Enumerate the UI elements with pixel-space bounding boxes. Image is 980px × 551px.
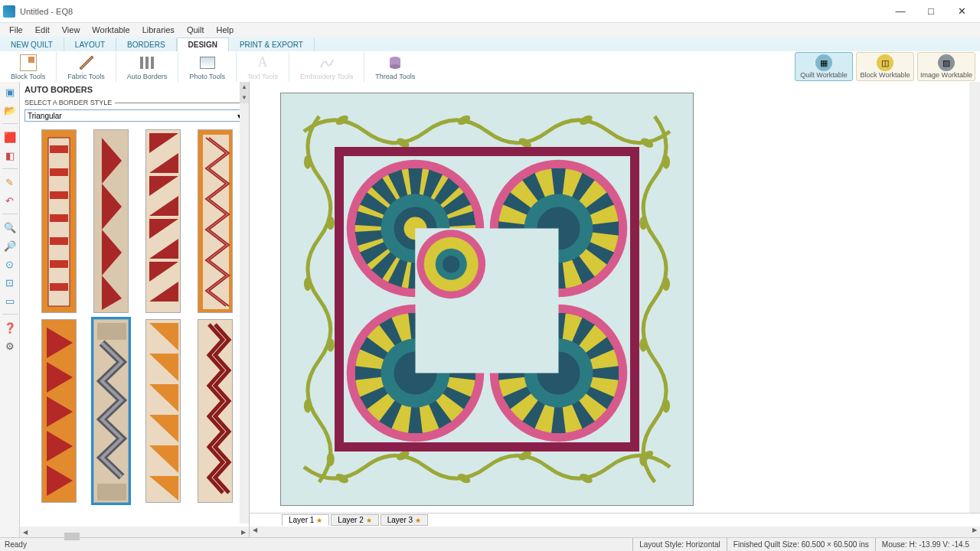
block-mode-icon: ◫ <box>877 54 893 71</box>
tool-text[interactable]: A Text Tools <box>237 52 289 82</box>
panel-title: AUTO BORDERS <box>20 82 249 97</box>
tool-thread[interactable]: Thread Tools <box>364 52 426 82</box>
layer-tab-1[interactable]: Layer 1★ <box>282 514 329 526</box>
svg-rect-129 <box>416 302 488 373</box>
border-thumb-4[interactable] <box>198 129 233 313</box>
panel-horizontal-scrollbar[interactable]: ◀▶ <box>20 527 249 537</box>
palette-icon[interactable]: 🟥 <box>3 130 17 144</box>
photo-icon <box>198 54 217 72</box>
status-size: Finished Quilt Size: 60.500 × 60.500 ins <box>727 538 875 551</box>
svg-point-59 <box>327 338 335 352</box>
zoom-out-icon[interactable]: 🔎 <box>3 239 17 253</box>
menu-file[interactable]: File <box>3 24 29 35</box>
svg-point-60 <box>304 399 312 412</box>
tool-photo[interactable]: Photo Tools <box>178 52 237 82</box>
quilt-block-3 <box>344 301 487 445</box>
undo-icon[interactable]: ↶ <box>3 194 17 207</box>
ruler-icon[interactable]: ▭ <box>3 294 17 308</box>
menu-libraries[interactable]: Libraries <box>136 24 181 35</box>
window-title: Untitled - EQ8 <box>20 7 885 16</box>
quilt-preview <box>280 93 694 506</box>
fabric-icon <box>77 54 96 72</box>
svg-rect-0 <box>140 57 143 69</box>
zoom-sel-icon[interactable]: ⊡ <box>3 276 17 289</box>
quilt-canvas[interactable] <box>250 82 980 513</box>
menu-view[interactable]: View <box>56 24 87 35</box>
tool-embroidery[interactable]: Embroidery Tools <box>289 52 364 82</box>
layer-tab-2[interactable]: Layer 2★ <box>331 514 378 526</box>
swatch-icon[interactable]: ◧ <box>3 148 17 162</box>
svg-rect-10 <box>50 191 68 199</box>
star-icon: ★ <box>366 517 372 524</box>
svg-point-62 <box>662 155 670 169</box>
mode-quilt-worktable[interactable]: ▦ Quilt Worktable <box>795 52 853 81</box>
image-mode-icon: ▨ <box>938 54 955 71</box>
star-icon: ★ <box>415 517 421 524</box>
panel-vertical-scrollbar[interactable]: ▲ ▼ <box>240 82 249 523</box>
quilt-block-1 <box>344 156 487 301</box>
left-toolbar: ▣ 📂 🟥 ◧ ✎ ↶ 🔍 🔎 ⊙ ⊡ ▭ ❓ ⚙ <box>0 82 20 537</box>
embroidery-icon <box>318 54 336 72</box>
zoom-fit-icon[interactable]: ⊙ <box>3 257 17 271</box>
svg-point-65 <box>639 338 647 352</box>
close-button[interactable]: ✕ <box>946 1 977 22</box>
border-style-select[interactable]: Triangular ▾ <box>24 109 244 122</box>
ribbon: NEW QUILT LAYOUT BORDERS DESIGN PRINT & … <box>0 37 980 82</box>
panel-subtitle: SELECT A BORDER STYLE <box>20 97 249 108</box>
tool-fabric[interactable]: Fabric Tools <box>57 52 116 82</box>
auto-borders-panel: AUTO BORDERS SELECT A BORDER STYLE Trian… <box>20 82 250 537</box>
border-thumb-7[interactable] <box>145 319 181 503</box>
status-ready: Ready <box>5 540 632 549</box>
tab-print-export[interactable]: PRINT & EXPORT <box>229 38 315 51</box>
tab-layout[interactable]: LAYOUT <box>64 38 116 51</box>
maximize-button[interactable]: □ <box>916 1 946 22</box>
zoom-in-icon[interactable]: 🔍 <box>3 220 17 234</box>
svg-rect-14 <box>50 283 68 291</box>
mode-block-worktable[interactable]: ◫ Block Worktable <box>856 52 914 81</box>
canvas-horizontal-scrollbar[interactable]: ◀ ▶ <box>250 527 980 537</box>
cursor-icon[interactable]: ▣ <box>3 85 17 99</box>
tool-auto-borders[interactable]: Auto Borders <box>116 52 179 82</box>
svg-rect-35 <box>97 484 126 500</box>
border-thumb-5[interactable] <box>41 319 77 503</box>
app-icon <box>3 5 15 18</box>
open-icon[interactable]: 📂 <box>3 103 17 117</box>
gear-icon[interactable]: ⚙ <box>3 339 17 353</box>
layer-tab-3[interactable]: Layer 3★ <box>381 514 428 526</box>
svg-point-56 <box>304 155 312 169</box>
svg-rect-34 <box>97 323 126 340</box>
workspace: ▣ 📂 🟥 ◧ ✎ ↶ 🔍 🔎 ⊙ ⊡ ▭ ❓ ⚙ AUTO BORDERS S… <box>0 82 980 537</box>
tab-borders[interactable]: BORDERS <box>116 38 176 51</box>
svg-point-66 <box>662 399 670 412</box>
star-icon: ★ <box>316 517 322 524</box>
svg-point-64 <box>662 277 670 291</box>
border-thumb-6[interactable] <box>93 319 129 503</box>
help-icon[interactable]: ❓ <box>3 321 17 334</box>
svg-point-61 <box>327 452 335 466</box>
svg-rect-36 <box>146 320 180 502</box>
menu-worktable[interactable]: Worktable <box>86 24 136 35</box>
tool-block[interactable]: Block Tools <box>0 52 57 82</box>
tab-design[interactable]: DESIGN <box>177 37 229 51</box>
grid-icon: ▦ <box>815 54 832 71</box>
border-thumbnail-grid <box>20 126 249 527</box>
border-thumb-8[interactable] <box>198 319 233 503</box>
menubar: File Edit View Worktable Libraries Quilt… <box>0 23 980 37</box>
svg-point-63 <box>639 216 647 230</box>
mode-image-worktable[interactable]: ▨ Image Worktable <box>917 52 975 81</box>
svg-rect-1 <box>145 57 149 69</box>
canvas-vertical-scrollbar[interactable] <box>969 82 980 513</box>
menu-help[interactable]: Help <box>211 24 240 35</box>
pencil-icon[interactable]: ✎ <box>3 175 17 189</box>
thread-icon <box>386 54 404 72</box>
svg-rect-112 <box>487 229 559 301</box>
tab-new-quilt[interactable]: NEW QUILT <box>0 38 64 51</box>
border-thumb-3[interactable] <box>145 129 181 313</box>
menu-quilt[interactable]: Quilt <box>181 24 211 35</box>
border-thumb-2[interactable] <box>93 129 129 313</box>
svg-rect-8 <box>50 145 68 153</box>
text-icon: A <box>253 54 272 72</box>
menu-edit[interactable]: Edit <box>29 24 56 35</box>
minimize-button[interactable]: — <box>885 1 916 22</box>
border-thumb-1[interactable] <box>41 129 77 313</box>
